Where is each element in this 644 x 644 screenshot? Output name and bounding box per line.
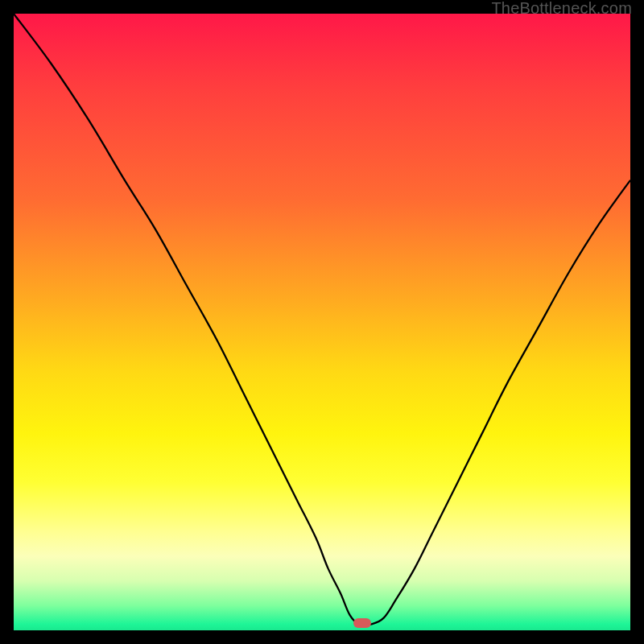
- watermark-text: TheBottleneck.com: [491, 0, 632, 18]
- optimal-marker: [353, 618, 371, 628]
- chart-container: TheBottleneck.com: [0, 0, 644, 644]
- bottleneck-curve: [14, 14, 630, 630]
- plot-area: [14, 14, 630, 630]
